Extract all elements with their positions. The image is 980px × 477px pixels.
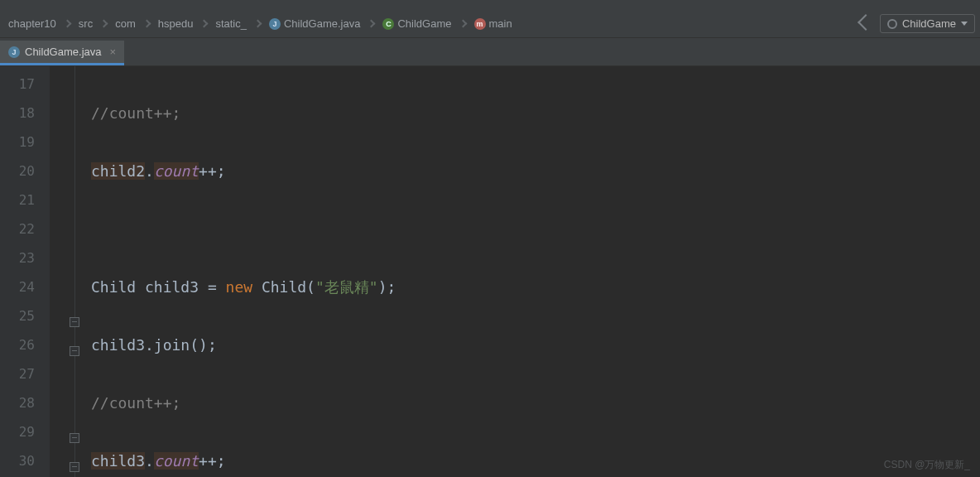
settings-icon <box>887 19 897 29</box>
line-number: 26 <box>0 330 35 359</box>
chevron-right-icon <box>100 20 108 28</box>
code-area[interactable]: //count++; child2.count++; Child child3 … <box>50 66 980 477</box>
crumb-class[interactable]: CChildGame <box>379 16 454 31</box>
java-file-icon: J <box>8 46 20 58</box>
crumb-method[interactable]: mmain <box>471 16 516 31</box>
chevron-right-icon <box>63 20 71 28</box>
line-number: 28 <box>0 388 35 417</box>
chevron-right-icon <box>459 20 467 28</box>
line-number: 23 <box>0 243 35 272</box>
run-config-label: ChildGame <box>902 17 956 30</box>
close-icon[interactable]: × <box>110 46 117 58</box>
chevron-down-icon <box>961 22 968 26</box>
crumb-chapter10[interactable]: chapter10 <box>5 16 60 31</box>
editor: 1718192021222324252627282930 //count++; … <box>0 66 980 477</box>
line-number: 20 <box>0 157 35 186</box>
line-number: 24 <box>0 272 35 301</box>
menu-bar[interactable] <box>0 0 980 10</box>
chevron-right-icon <box>200 20 209 28</box>
line-number: 19 <box>0 128 35 157</box>
nav-bar: chapter10 src com hspedu static_ JChildG… <box>0 10 980 38</box>
class-icon: C <box>382 18 394 30</box>
line-number: 21 <box>0 186 35 214</box>
tab-label: ChildGame.java <box>25 46 102 58</box>
watermark: CSDN @万物更新_ <box>884 458 970 472</box>
crumb-hspedu[interactable]: hspedu <box>155 16 197 31</box>
line-number: 18 <box>0 99 35 128</box>
line-number: 29 <box>0 417 35 446</box>
back-icon[interactable] <box>858 14 874 31</box>
crumb-file[interactable]: JChildGame.java <box>266 16 364 31</box>
crumb-src[interactable]: src <box>75 16 96 31</box>
crumb-com[interactable]: com <box>112 16 139 31</box>
tab-childgame[interactable]: J ChildGame.java × <box>0 41 124 65</box>
method-icon: m <box>474 18 486 30</box>
line-number: 17 <box>0 70 35 99</box>
nav-right: ChildGame <box>860 14 975 33</box>
java-file-icon: J <box>269 18 281 30</box>
run-config-selector[interactable]: ChildGame <box>880 14 975 33</box>
line-number: 25 <box>0 301 35 330</box>
chevron-right-icon <box>368 20 376 28</box>
line-number: 30 <box>0 446 35 475</box>
chevron-right-icon <box>254 20 262 28</box>
crumb-static[interactable]: static_ <box>212 16 250 31</box>
tab-bar: J ChildGame.java × <box>0 38 980 66</box>
line-number: 27 <box>0 359 35 388</box>
breadcrumbs: chapter10 src com hspedu static_ JChildG… <box>5 16 860 31</box>
line-number: 22 <box>0 214 35 243</box>
gutter: 1718192021222324252627282930 <box>0 66 50 477</box>
chevron-right-icon <box>142 20 151 28</box>
